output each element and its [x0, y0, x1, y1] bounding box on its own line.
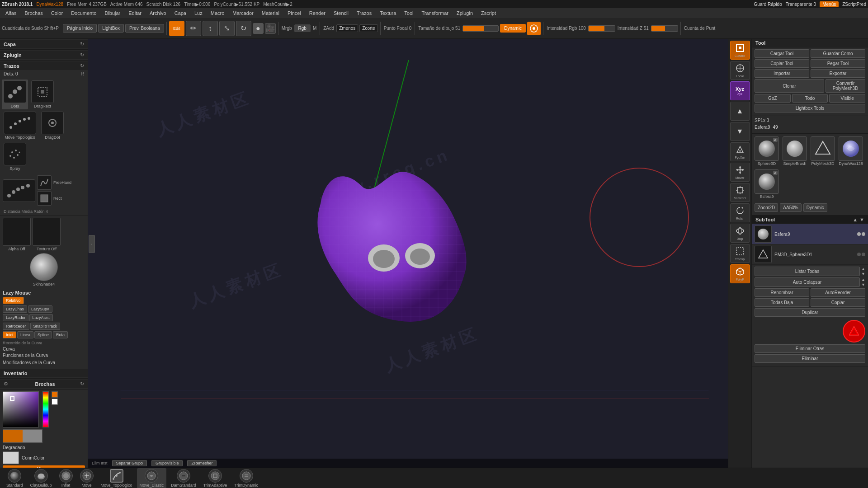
main-canvas[interactable]: 人人素材区 www.rrcg.cn 人人素材区 人人素材区	[88, 39, 741, 468]
menu-trazos[interactable]: Trazos	[353, 9, 375, 17]
brush-item-movetopo[interactable]: Move Topologico	[2, 111, 38, 141]
texture-off-container[interactable]: Texture Off	[33, 218, 61, 251]
bottom-trimadaptive[interactable]: TrimAdaptive	[201, 468, 230, 488]
bottom-dam[interactable]: DamStandard	[168, 468, 199, 488]
zscript-pred[interactable]: ZScriptPred	[842, 2, 866, 7]
snaptototrack-btn[interactable]: SnapToTrack	[30, 323, 61, 330]
lightbox-tools-btn[interactable]: Lightbox Tools	[755, 104, 865, 113]
menu-textura[interactable]: Textura	[376, 9, 400, 17]
todas-baja-btn[interactable]: Todas Baja	[755, 298, 809, 307]
bottom-standard[interactable]: Standard	[4, 468, 26, 488]
menu-tool[interactable]: Tool	[401, 9, 417, 17]
cargar-tool-btn[interactable]: Cargar Tool	[755, 49, 809, 58]
alpha-off-container[interactable]: Alpha Off	[3, 218, 31, 251]
listar-up[interactable]: ▲	[861, 267, 865, 271]
bottom-inflat[interactable]: Inflat	[57, 468, 75, 488]
pagina-inicio-btn[interactable]: Página Inicio	[63, 24, 97, 33]
capa-header[interactable]: Capa ↻	[0, 40, 88, 48]
ruta-btn[interactable]: Ruta	[53, 331, 68, 338]
eliminar-btn[interactable]: Eliminar	[755, 354, 865, 363]
inventario-header[interactable]: Inventario	[0, 369, 88, 377]
edit-btn[interactable]: Edit	[169, 21, 184, 36]
copiar-tool-btn[interactable]: Copiar Tool	[755, 59, 809, 68]
menu-zplugin[interactable]: Zplugin	[453, 9, 476, 17]
clonar-btn[interactable]: Clonar	[755, 79, 824, 93]
red-logo-btn[interactable]	[843, 320, 865, 343]
menu-transformar[interactable]: Transformar	[418, 9, 452, 17]
separar-grupo-btn[interactable]: Separar Grupo	[112, 460, 147, 466]
duplicar-btn[interactable]: Duplicar	[755, 308, 865, 317]
bottom-moveelastic[interactable]: Move_Elastic	[137, 468, 167, 488]
auto-colapsar-btn[interactable]: Auto Colapsar	[755, 277, 860, 287]
brochas-header[interactable]: ⚙ Brochas ↻	[0, 380, 88, 388]
autoreorder-btn[interactable]: AutoReorder	[811, 288, 865, 297]
lazyasist-btn[interactable]: LazyAsist	[29, 314, 53, 321]
bottom-movetopo[interactable]: Move_Topologico	[98, 468, 135, 488]
menus-btn[interactable]: Menús	[820, 1, 839, 7]
current-color-display[interactable]	[3, 429, 42, 443]
zoom2d-btn[interactable]: Zoom2D	[755, 203, 778, 212]
menu-archivo[interactable]: Archivo	[146, 9, 170, 17]
copiar-subtool-btn[interactable]: Copiar	[811, 298, 865, 307]
transp-btn[interactable]: Transp	[730, 244, 750, 263]
menu-luz[interactable]: Luz	[191, 9, 206, 17]
convertir-btn[interactable]: Convertir PolyMesh3D	[826, 79, 865, 93]
subtool-down-icon[interactable]: ▼	[859, 217, 864, 222]
move-btn-toolbar[interactable]: ↕	[203, 21, 218, 36]
linea-btn[interactable]: Linea	[17, 331, 33, 338]
lightbox-btn[interactable]: LightBox	[98, 24, 124, 33]
rotar-btn[interactable]: Rotar	[730, 203, 750, 222]
spline-btn[interactable]: Spline	[34, 331, 52, 338]
guardar-como-btn[interactable]: Guardar Como	[811, 49, 865, 58]
relativo-btn[interactable]: Relativo	[3, 297, 24, 304]
fycxar-btn[interactable]: FycXar	[730, 142, 750, 161]
skinshade-container[interactable]: SkinShade4	[0, 253, 88, 288]
zremesher-btn[interactable]: ZRemesher	[187, 460, 217, 466]
color-gradient-picker[interactable]	[3, 391, 39, 427]
brush-item-dragrect[interactable]: DragRect	[29, 80, 56, 109]
menu-color[interactable]: Color	[47, 9, 66, 17]
scale3d-btn[interactable]: Scale3D	[730, 183, 750, 202]
menu-macro[interactable]: Macro	[207, 9, 228, 17]
trazos-header[interactable]: Trazos ↻	[0, 61, 88, 70]
down-btn[interactable]: ▼	[730, 122, 750, 141]
eliminar-otras-btn[interactable]: Eliminar Otras	[755, 344, 865, 353]
local-btn[interactable]: Local	[730, 61, 750, 80]
tool-thumb-simplebrush[interactable]: SimpleBrush	[782, 136, 808, 167]
spix-btn[interactable]: AA50%	[780, 203, 801, 212]
renombrar-btn[interactable]: Renombrar	[755, 288, 809, 297]
listar-todas-btn[interactable]: Listar Todas	[755, 267, 860, 276]
menu-editar[interactable]: Editar	[125, 9, 145, 17]
cuadro-btn[interactable]: Cuadro	[730, 41, 750, 60]
tool-thumb-esfera9[interactable]: 2 Esfera9	[754, 169, 780, 200]
zmenos-value[interactable]: Zmenos	[336, 24, 358, 32]
intensidad-z-slider[interactable]	[651, 25, 678, 32]
subtool-esfera9[interactable]: Esfera9	[752, 224, 868, 244]
menu-marcador[interactable]: Marcador	[229, 9, 257, 17]
swatch-orange[interactable]	[52, 391, 58, 398]
bottom-trimdynamic[interactable]: TrimDynamic	[231, 468, 261, 488]
polyf-btn[interactable]: PolyF	[730, 264, 750, 283]
pegar-tool-btn[interactable]: Pegar Tool	[811, 59, 865, 68]
goz-btn[interactable]: GoZ	[755, 94, 791, 103]
brush-item-dragdot[interactable]: DragDot	[39, 111, 66, 141]
up-btn[interactable]: ▲	[730, 102, 750, 121]
draw-btn[interactable]: ✏	[186, 21, 201, 36]
stroke-preview-dots[interactable]	[3, 179, 35, 202]
xyz-btn[interactable]: Xyz Xyz	[730, 81, 750, 100]
importar-btn[interactable]: Importar	[755, 69, 809, 78]
listar-down[interactable]: ▼	[861, 272, 865, 276]
intensidad-rgb-slider[interactable]	[588, 25, 615, 32]
bottom-move[interactable]: Move	[77, 468, 96, 488]
menu-documento[interactable]: Documento	[67, 9, 100, 17]
camera-btn[interactable]: 🎥	[265, 23, 276, 34]
tool-thumb-sphere3d[interactable]: 2 Sphere3D	[754, 136, 780, 167]
bottom-claybuildup[interactable]: ClayBuildup	[28, 468, 55, 488]
menu-alfas[interactable]: Alfas	[2, 9, 20, 17]
menu-capa[interactable]: Capa	[171, 9, 190, 17]
lazysuav-btn[interactable]: LazySupv	[28, 305, 52, 313]
menu-render[interactable]: Render	[306, 9, 329, 17]
autocolapsar-up[interactable]: ▲	[861, 277, 865, 282]
rotate-btn[interactable]: ↻	[236, 21, 251, 36]
todo-btn[interactable]: Todo	[792, 94, 828, 103]
